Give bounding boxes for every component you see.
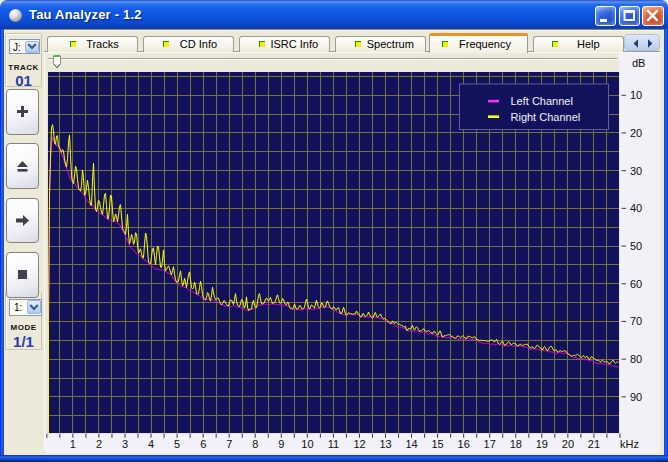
svg-text:5: 5 <box>174 438 180 450</box>
svg-text:13: 13 <box>379 438 391 450</box>
svg-text:Right Channel: Right Channel <box>511 111 581 123</box>
svg-text:10: 10 <box>301 438 313 450</box>
svg-text:6: 6 <box>200 438 206 450</box>
svg-text:90: 90 <box>630 391 642 403</box>
svg-text:1: 1 <box>70 438 76 450</box>
svg-text:18: 18 <box>510 438 522 450</box>
svg-text:40: 40 <box>630 202 642 214</box>
svg-text:17: 17 <box>484 438 496 450</box>
svg-text:7: 7 <box>226 438 232 450</box>
svg-text:3: 3 <box>122 438 128 450</box>
svg-text:Left Channel: Left Channel <box>511 95 573 107</box>
svg-text:11: 11 <box>328 438 339 450</box>
svg-text:4: 4 <box>148 438 154 450</box>
svg-text:12: 12 <box>353 438 365 450</box>
svg-text:70: 70 <box>630 315 642 327</box>
svg-text:8: 8 <box>252 438 258 450</box>
svg-text:14: 14 <box>405 438 417 450</box>
svg-text:20: 20 <box>630 127 642 139</box>
svg-text:30: 30 <box>630 165 642 177</box>
svg-text:9: 9 <box>278 438 284 450</box>
svg-text:80: 80 <box>630 353 642 365</box>
svg-text:20: 20 <box>562 438 574 450</box>
svg-text:60: 60 <box>630 278 642 290</box>
svg-text:21: 21 <box>588 438 600 450</box>
svg-text:kHz: kHz <box>620 438 639 450</box>
svg-text:15: 15 <box>431 438 443 450</box>
svg-text:19: 19 <box>536 438 548 450</box>
svg-text:2: 2 <box>96 438 102 450</box>
svg-text:16: 16 <box>458 438 470 450</box>
svg-text:50: 50 <box>630 240 642 252</box>
svg-text:10: 10 <box>630 89 642 101</box>
svg-text:dB: dB <box>632 57 645 69</box>
